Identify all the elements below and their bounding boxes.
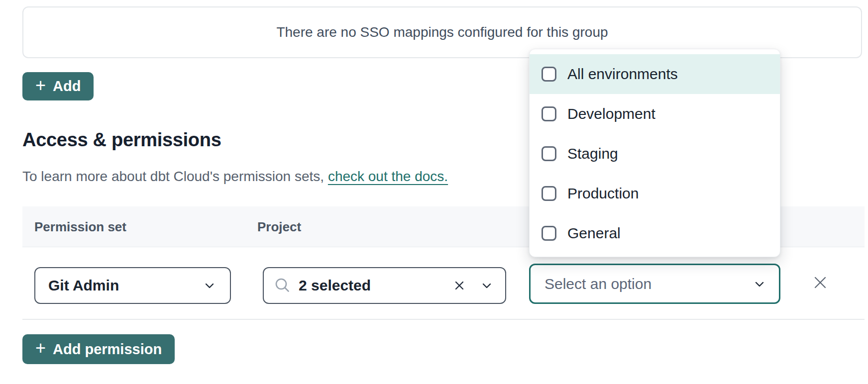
docs-link[interactable]: check out the docs. [328, 169, 448, 184]
add-permission-button-label: Add permission [53, 341, 162, 358]
dropdown-option-all-environments[interactable]: All environments [530, 54, 780, 94]
add-button-label: Add [53, 78, 81, 95]
checkbox[interactable] [542, 226, 556, 241]
dropdown-option-general[interactable]: General [530, 213, 780, 253]
permission-set-select[interactable]: Git Admin [34, 267, 231, 304]
dropdown-option-label: All environments [567, 66, 678, 83]
checkbox[interactable] [542, 67, 556, 82]
checkbox[interactable] [542, 146, 556, 161]
remove-row-button[interactable] [810, 273, 830, 292]
environment-select-placeholder: Select an option [544, 276, 651, 292]
page-title: Access & permissions [22, 129, 221, 151]
dropdown-option-label: Development [567, 105, 655, 122]
checkbox[interactable] [542, 106, 556, 121]
clear-selection-button[interactable] [452, 279, 466, 292]
plus-icon: + [35, 77, 46, 95]
chevron-down-icon [202, 278, 217, 293]
dropdown-option-development[interactable]: Development [530, 94, 780, 134]
environment-dropdown: All environments Development Staging Pro… [529, 49, 780, 257]
add-sso-mapping-button[interactable]: + Add [22, 72, 94, 100]
plus-icon: + [35, 339, 46, 357]
description-text: To learn more about dbt Cloud's permissi… [22, 169, 328, 184]
project-multiselect[interactable]: 2 selected [263, 267, 506, 304]
add-permission-button[interactable]: + Add permission [22, 334, 175, 364]
column-header-project: Project [257, 206, 301, 247]
dropdown-option-label: Production [567, 185, 639, 202]
dropdown-option-staging[interactable]: Staging [530, 134, 780, 174]
environment-select[interactable]: Select an option [529, 264, 780, 304]
chevron-down-icon [752, 277, 767, 291]
dropdown-option-label: General [567, 225, 621, 242]
project-selected-count: 2 selected [299, 277, 371, 294]
checkbox[interactable] [542, 186, 556, 201]
table-row: Git Admin 2 selected Select an option [22, 247, 865, 320]
chevron-down-icon [479, 278, 494, 293]
dropdown-option-label: Staging [567, 145, 618, 162]
permission-set-value: Git Admin [48, 277, 119, 294]
search-icon [274, 277, 291, 294]
dropdown-option-production[interactable]: Production [530, 174, 780, 213]
section-description: To learn more about dbt Cloud's permissi… [22, 169, 448, 185]
remove-icon [811, 274, 829, 291]
column-header-permission-set: Permission set [34, 206, 126, 247]
sso-empty-message: There are no SSO mappings configured for… [276, 24, 608, 40]
group-settings-page: There are no SSO mappings configured for… [0, 0, 868, 384]
